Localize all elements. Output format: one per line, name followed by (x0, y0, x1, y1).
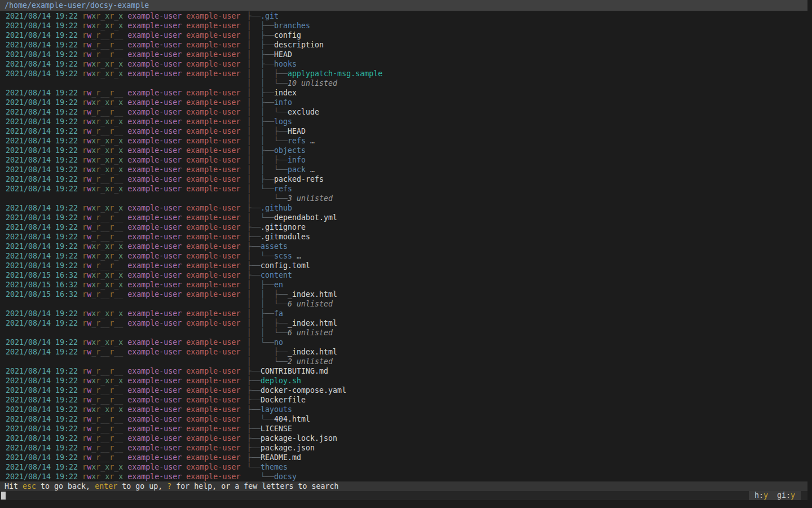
file-row[interactable]: 2021/08/15 16:32 rwxr_xr_x example-user … (0, 280, 807, 290)
file-name[interactable]: 404.html (274, 415, 310, 423)
file-row[interactable]: 2021/08/14 19:22 rw_r__r__ example-user … (0, 40, 807, 50)
file-row[interactable]: 2021/08/14 19:22 rwxr_xr_x example-user … (0, 462, 807, 472)
file-row[interactable]: 2021/08/14 19:22 rwxr_xr_x example-user … (0, 309, 807, 318)
file-row[interactable]: 2021/08/14 19:22 rwxr_xr_x example-user … (0, 21, 807, 30)
file-name[interactable]: content (261, 271, 292, 279)
file-name[interactable]: HEAD (288, 127, 306, 135)
file-row[interactable]: 2021/08/14 19:22 rw_r__r__ example-user … (0, 386, 807, 395)
tree-entry: ├──assets (247, 242, 288, 251)
file-name[interactable]: assets (261, 242, 288, 251)
file-row[interactable]: 2021/08/14 19:22 rwxr_xr_x example-user … (0, 69, 807, 78)
file-row[interactable]: 2021/08/14 19:22 rw_r__r__ example-user … (0, 443, 807, 453)
file-name[interactable]: Dockerfile (261, 396, 306, 404)
file-row[interactable]: 2021/08/14 19:22 rw_r__r__ example-user … (0, 50, 807, 59)
file-name[interactable]: applypatch-msg.sample (288, 69, 382, 78)
file-row[interactable]: 2021/08/14 19:22 rwxr_xr_x example-user … (0, 117, 807, 126)
file-name[interactable]: .github (261, 204, 292, 212)
file-name[interactable]: no (274, 338, 283, 347)
file-row[interactable]: │ │ └──10 unlisted (0, 78, 807, 88)
file-name[interactable]: LICENSE (261, 424, 292, 433)
file-name[interactable]: themes (261, 463, 288, 471)
file-row[interactable]: │ │ └──6 unlisted (0, 299, 807, 309)
file-name[interactable]: fa (274, 309, 283, 318)
file-name[interactable]: info (288, 156, 306, 164)
file-name[interactable]: info (274, 98, 292, 107)
file-name[interactable]: CONTRIBUTING.md (261, 367, 328, 375)
flag-value: y (764, 491, 768, 500)
file-row[interactable]: │ └──2 unlisted (0, 357, 807, 366)
file-name[interactable]: refs (274, 185, 292, 193)
file-row[interactable]: 2021/08/14 19:22 rwxr_xr_x example-user … (0, 184, 807, 194)
file-row[interactable]: │ │ └──6 unlisted (0, 328, 807, 338)
file-name[interactable]: config.toml (261, 261, 310, 270)
file-row[interactable]: 2021/08/14 19:22 rw_r__r__ example-user … (0, 30, 807, 40)
file-row[interactable]: 2021/08/14 19:22 rw_r__r__ example-user … (0, 126, 807, 136)
file-name[interactable]: branches (274, 21, 310, 30)
file-row[interactable]: 2021/08/14 19:22 rwxr_xr_x example-user … (0, 376, 807, 386)
file-row[interactable]: 2021/08/15 16:32 rwxr_xr_x example-user … (0, 270, 807, 280)
file-row[interactable]: 2021/08/14 19:22 rw_r__r__ example-user … (0, 424, 807, 433)
file-name[interactable]: package-lock.json (261, 434, 337, 443)
file-row[interactable]: 2021/08/14 19:22 rwxr_xr_x example-user … (0, 472, 807, 481)
file-name[interactable]: .gitignore (261, 223, 306, 231)
file-row[interactable]: 2021/08/14 19:22 rwxr_xr_x example-user … (0, 338, 807, 347)
search-input[interactable]: h:y gi:y (0, 491, 807, 500)
file-row[interactable]: 2021/08/14 19:22 rwxr_xr_x example-user … (0, 155, 807, 165)
file-row[interactable]: 2021/08/14 19:22 rwxr_xr_x example-user … (0, 136, 807, 146)
file-row[interactable]: 2021/08/14 19:22 rw_r__r__ example-user … (0, 107, 807, 117)
file-row[interactable]: 2021/08/14 19:22 rwxr_xr_x example-user … (0, 165, 807, 174)
file-name[interactable]: packed-refs (274, 175, 324, 183)
file-row[interactable]: 2021/08/14 19:22 rwxr_xr_x example-user … (0, 203, 807, 213)
file-row[interactable]: 2021/08/15 16:32 rw_r__r__ example-user … (0, 290, 807, 299)
file-name[interactable]: objects (274, 146, 306, 155)
group: example-user (182, 252, 240, 260)
file-row[interactable]: 2021/08/14 19:22 rw_r__r__ example-user … (0, 318, 807, 328)
file-name[interactable]: deploy.sh (261, 376, 301, 385)
file-name[interactable]: _index.html (288, 290, 337, 299)
file-row[interactable]: 2021/08/14 19:22 rw_r__r__ example-user … (0, 395, 807, 405)
file-row[interactable]: 2021/08/14 19:22 rw_r__r__ example-user … (0, 453, 807, 462)
file-name[interactable]: layouts (261, 405, 292, 414)
file-row[interactable]: 2021/08/14 19:22 rwxr_xr_x example-user … (0, 98, 807, 107)
file-name[interactable]: README.md (261, 453, 301, 462)
file-row[interactable]: │ └──3 unlisted (0, 194, 807, 203)
file-name[interactable]: scss (274, 252, 292, 260)
file-row[interactable]: 2021/08/14 19:22 rw_r__r__ example-user … (0, 433, 807, 443)
tree-entry: └──docsy (247, 472, 297, 481)
file-name[interactable]: refs (288, 137, 306, 145)
file-row[interactable]: 2021/08/14 19:22 rwxr_xr_x example-user … (0, 59, 807, 69)
file-row[interactable]: 2021/08/14 19:22 rwxr_xr_x example-user … (0, 242, 807, 251)
file-row[interactable]: 2021/08/14 19:22 rw_r__r__ example-user … (0, 213, 807, 222)
file-row[interactable]: 2021/08/14 19:22 rw_r__r__ example-user … (0, 347, 807, 357)
file-name[interactable]: .git (261, 12, 279, 20)
owner: example-user (123, 12, 182, 20)
file-name[interactable]: logs (274, 117, 292, 126)
file-name[interactable]: dependabot.yml (274, 213, 337, 222)
file-name[interactable]: index (274, 89, 297, 97)
file-row[interactable]: 2021/08/14 19:22 rwxr_xr_x example-user … (0, 405, 807, 414)
file-row[interactable]: 2021/08/14 19:22 rwxr_xr_x example-user … (0, 251, 807, 261)
file-row[interactable]: 2021/08/14 19:22 rw_r__r__ example-user … (0, 261, 807, 270)
file-name[interactable]: pack (288, 165, 306, 174)
file-name[interactable]: docker-compose.yaml (261, 386, 346, 395)
file-row[interactable]: 2021/08/14 19:22 rwxr_xr_x example-user … (0, 11, 807, 21)
file-name[interactable]: HEAD (274, 50, 292, 59)
file-name[interactable]: docsy (274, 472, 297, 481)
file-row[interactable]: 2021/08/14 19:22 rw_r__r__ example-user … (0, 414, 807, 424)
file-name[interactable]: description (274, 41, 324, 49)
root-path[interactable]: /home/example-user/docsy-example (0, 0, 807, 11)
file-name[interactable]: exclude (288, 108, 319, 116)
file-row[interactable]: 2021/08/14 19:22 rwxr_xr_x example-user … (0, 146, 807, 155)
file-row[interactable]: 2021/08/14 19:22 rw_r__r__ example-user … (0, 232, 807, 242)
file-name[interactable]: _index.html (288, 319, 337, 327)
file-row[interactable]: 2021/08/14 19:22 rw_r__r__ example-user … (0, 88, 807, 98)
file-name[interactable]: _index.html (288, 348, 337, 356)
file-row[interactable]: 2021/08/14 19:22 rw_r__r__ example-user … (0, 174, 807, 184)
file-row[interactable]: 2021/08/14 19:22 rw_r__r__ example-user … (0, 222, 807, 232)
file-name[interactable]: en (274, 281, 283, 289)
file-name[interactable]: .gitmodules (261, 233, 310, 241)
file-name[interactable]: package.json (261, 444, 315, 452)
file-name[interactable]: config (274, 31, 301, 40)
file-row[interactable]: 2021/08/14 19:22 rw_r__r__ example-user … (0, 366, 807, 376)
file-name[interactable]: hooks (274, 60, 297, 68)
